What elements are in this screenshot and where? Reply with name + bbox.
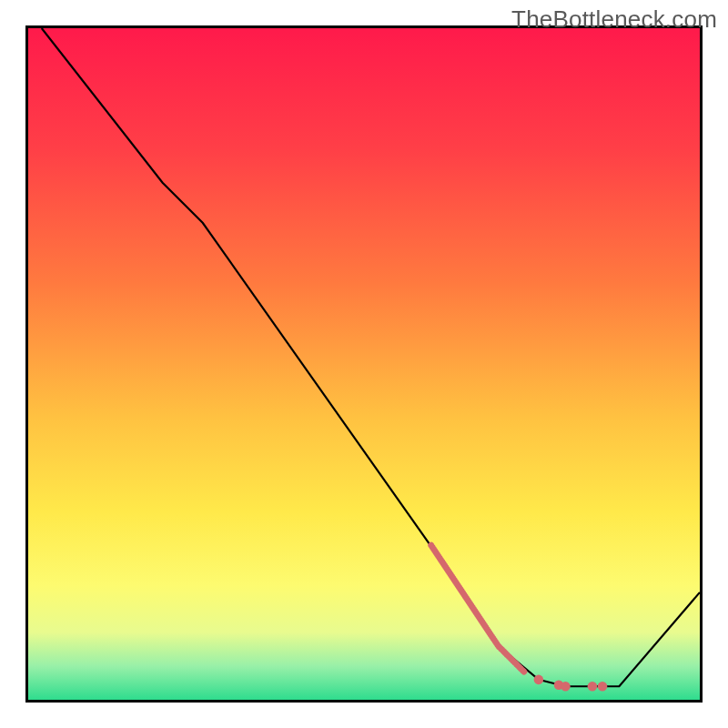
- plot-area: [25, 25, 703, 703]
- highlight-dot: [561, 682, 571, 692]
- highlight-dot: [598, 682, 608, 692]
- highlight-segment: [431, 545, 525, 672]
- line-layer: [28, 28, 700, 700]
- highlight-dot: [534, 675, 544, 685]
- curve-line: [42, 28, 700, 686]
- chart-container: TheBottleneck.com: [0, 0, 728, 728]
- watermark-text: TheBottleneck.com: [511, 5, 717, 34]
- highlight-dots: [534, 675, 608, 692]
- highlight-dot: [588, 682, 598, 692]
